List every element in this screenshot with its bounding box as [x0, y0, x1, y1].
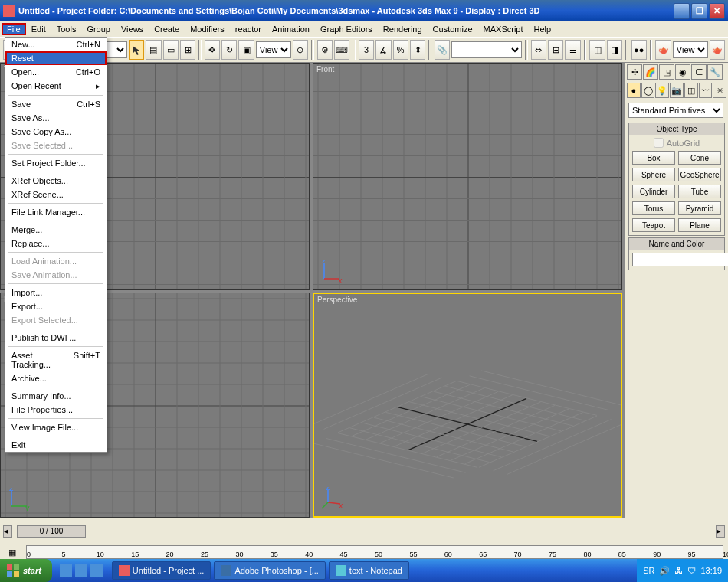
menu-item-xref-objects[interactable]: XRef Objects...	[5, 174, 107, 188]
window-cross-button[interactable]: ⊞	[180, 40, 195, 60]
menu-tools[interactable]: Tools	[51, 23, 82, 35]
rollout-header[interactable]: Name and Color	[629, 238, 724, 250]
menu-animation[interactable]: Animation	[267, 23, 315, 35]
menu-item-new[interactable]: New...Ctrl+N	[5, 38, 107, 51]
angle-snap-button[interactable]: ∡	[375, 40, 391, 60]
menu-item-import[interactable]: Import...	[5, 286, 107, 299]
task-notepad[interactable]: text - Notepad	[329, 561, 409, 580]
geometry-tab[interactable]: ●	[627, 83, 641, 98]
torus-button[interactable]: Torus	[632, 201, 675, 215]
menu-item-xref-scene[interactable]: XRef Scene...	[5, 188, 107, 201]
menu-help[interactable]: Help	[529, 23, 557, 35]
menu-item-file-properties[interactable]: File Properties...	[5, 403, 107, 417]
quick-render-button[interactable]: 🫖	[710, 40, 725, 60]
sphere-button[interactable]: Sphere	[632, 168, 675, 181]
select-region-button[interactable]: ▭	[163, 40, 179, 60]
snap-button[interactable]: 3	[359, 40, 374, 60]
select-button[interactable]	[129, 40, 144, 60]
pyramid-button[interactable]: Pyramid	[678, 201, 721, 215]
spacewarps-tab[interactable]: 〰	[699, 83, 713, 98]
utilities-tab[interactable]: 🔧	[707, 64, 723, 80]
rotate-button[interactable]: ↻	[221, 40, 237, 60]
cone-button[interactable]: Cone	[678, 151, 721, 165]
render-scene-button[interactable]: 🫖	[655, 40, 671, 60]
timeline-next-icon[interactable]: ▸	[716, 525, 725, 538]
scale-button[interactable]: ▣	[238, 40, 254, 60]
time-slider-handle[interactable]: 0 / 100	[17, 525, 86, 538]
menu-item-open[interactable]: Open...Ctrl+O	[5, 65, 107, 79]
menu-item-replace[interactable]: Replace...	[5, 237, 107, 250]
close-button[interactable]: ✕	[709, 3, 725, 19]
menu-grapheditors[interactable]: Graph Editors	[315, 23, 378, 35]
menu-item-file-link-manager[interactable]: File Link Manager...	[5, 205, 107, 219]
modify-tab[interactable]: 🌈	[643, 64, 658, 80]
tray-icon[interactable]: 🔊	[659, 566, 670, 576]
start-button[interactable]: start	[0, 559, 52, 582]
menu-rendering[interactable]: Rendering	[378, 23, 428, 35]
menu-item-exit[interactable]: Exit	[5, 438, 107, 452]
task-photoshop[interactable]: Adobe Photoshop - [...	[214, 561, 325, 580]
render-type-select[interactable]: View	[673, 41, 708, 58]
minimize-button[interactable]: _	[674, 3, 690, 19]
menu-reactor[interactable]: reactor	[230, 23, 267, 35]
task-3dsmax[interactable]: Untitled - Project ...	[112, 561, 212, 580]
menu-file[interactable]: File	[2, 23, 26, 35]
rollout-header[interactable]: Object Type	[629, 123, 724, 135]
clock[interactable]: 13:19	[700, 566, 722, 575]
mirror-button[interactable]: ⇔	[531, 40, 546, 60]
category-select[interactable]: Standard Primitives	[628, 103, 723, 118]
menu-item-set-project-folder[interactable]: Set Project Folder...	[5, 156, 107, 170]
plane-button[interactable]: Plane	[678, 218, 721, 232]
named-selection-select[interactable]	[451, 41, 522, 58]
hierarchy-tab[interactable]: ◳	[659, 64, 674, 80]
ref-coord-select[interactable]: View	[256, 41, 291, 58]
menu-views[interactable]: Views	[116, 23, 149, 35]
trackbar-toggle-icon[interactable]: ▦	[3, 546, 21, 558]
helpers-tab[interactable]: ◫	[684, 83, 698, 98]
menu-item-save[interactable]: SaveCtrl+S	[5, 97, 107, 111]
display-tab[interactable]: 🖵	[691, 64, 707, 80]
systems-tab[interactable]: ✳	[713, 83, 726, 98]
menu-group[interactable]: Group	[81, 23, 116, 35]
quicklaunch-2-icon[interactable]	[75, 564, 87, 577]
keyboard-button[interactable]: ⌨	[334, 40, 349, 60]
create-tab[interactable]: ✢	[627, 64, 642, 80]
pivot-button[interactable]: ⊙	[293, 40, 308, 60]
menu-item-reset[interactable]: Reset	[5, 51, 107, 65]
shapes-tab[interactable]: ◯	[641, 83, 655, 98]
timeline-prev-icon[interactable]: ◂	[3, 525, 12, 538]
menu-item-save-as[interactable]: Save As...	[5, 111, 107, 125]
quicklaunch-1-icon[interactable]	[60, 564, 72, 577]
menu-item-summary-info[interactable]: Summary Info...	[5, 389, 107, 403]
geosphere-button[interactable]: GeoSphere	[678, 168, 721, 181]
menu-item-view-image-file[interactable]: View Image File...	[5, 420, 107, 434]
time-slider[interactable]: 0 / 100	[17, 525, 711, 538]
percent-snap-button[interactable]: %	[393, 40, 408, 60]
object-name-input[interactable]	[632, 253, 728, 266]
menu-item-export[interactable]: Export...	[5, 299, 107, 313]
schematic-button[interactable]: ◨	[607, 40, 622, 60]
menu-edit[interactable]: Edit	[26, 23, 51, 35]
menu-item-publish-to-dwf[interactable]: Publish to DWF...	[5, 331, 107, 345]
move-button[interactable]: ✥	[205, 40, 220, 60]
tray-icon[interactable]: 🖧	[674, 566, 683, 575]
time-ruler[interactable]: 0510152025303540455055606570758085909510…	[26, 545, 723, 559]
box-button[interactable]: Box	[632, 151, 675, 165]
named-sel-button[interactable]: 📎	[435, 40, 450, 60]
material-editor-button[interactable]: ●●	[631, 40, 647, 60]
menu-item-asset-tracking[interactable]: Asset Tracking...Shift+T	[5, 348, 107, 371]
cameras-tab[interactable]: 📷	[670, 83, 684, 98]
menu-maxscript[interactable]: MAXScript	[478, 23, 529, 35]
menu-create[interactable]: Create	[149, 23, 185, 35]
tray-icon[interactable]: 🛡	[687, 566, 696, 575]
viewport-perspective[interactable]: Perspective z x	[313, 293, 622, 518]
menu-modifiers[interactable]: Modifiers	[185, 23, 230, 35]
menu-item-open-recent[interactable]: Open Recent▸	[5, 79, 107, 93]
layers-button[interactable]: ☰	[565, 40, 580, 60]
align-button[interactable]: ⊟	[548, 40, 563, 60]
spinner-snap-button[interactable]: ⬍	[410, 40, 425, 60]
menu-item-save-copy-as[interactable]: Save Copy As...	[5, 125, 107, 139]
menu-item-archive[interactable]: Archive...	[5, 371, 107, 385]
menu-customize[interactable]: Customize	[428, 23, 478, 35]
menu-item-merge[interactable]: Merge...	[5, 223, 107, 237]
